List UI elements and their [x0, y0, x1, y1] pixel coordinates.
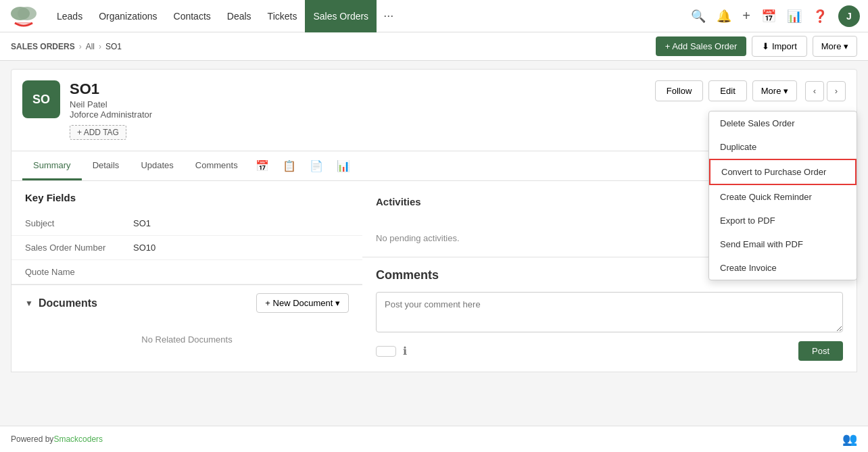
dropdown-menu: Delete Sales Order Duplicate Convert to … [708, 111, 857, 280]
left-panel: Key Fields Subject SO1 Sales Order Numbe… [11, 181, 362, 372]
user-avatar[interactable]: J [838, 5, 860, 27]
search-icon[interactable]: 🔍 [691, 9, 706, 24]
tab-icon-file[interactable]: 📄 [303, 151, 330, 180]
documents-section: ▼ Documents + New Document ▾ No Related … [11, 284, 362, 358]
activities-title: Activities [376, 196, 421, 207]
tab-comments[interactable]: Comments [185, 152, 249, 180]
logo[interactable] [8, 4, 39, 28]
attach-files-button[interactable] [376, 346, 396, 357]
field-row-order-number: Sales Order Number SO10 [11, 236, 362, 260]
dropdown-item-create-invoice[interactable]: Create Invoice [709, 256, 857, 280]
prev-record-button[interactable]: ‹ [805, 81, 824, 101]
top-nav: Leads Organizations Contacts Deals Ticke… [0, 0, 868, 32]
footer: Powered by Smackcoders 👥 [0, 426, 868, 452]
add-sales-order-button[interactable]: + Add Sales Order [656, 36, 747, 56]
more-breadcrumb-button[interactable]: More ▾ [813, 36, 857, 57]
chart-icon[interactable]: 📊 [787, 9, 802, 24]
edit-button[interactable]: Edit [708, 80, 746, 101]
breadcrumb-sep2: › [99, 42, 101, 51]
breadcrumb-current: SO1 [105, 42, 122, 51]
field-label-order-number: Sales Order Number [25, 243, 133, 253]
tab-icon-calendar[interactable]: 📅 [249, 151, 276, 180]
logo-icon [8, 4, 39, 28]
breadcrumb-all[interactable]: All [86, 42, 95, 51]
dropdown-item-duplicate[interactable]: Duplicate [709, 135, 857, 159]
nav-arrows: ‹ › [805, 81, 846, 101]
import-button[interactable]: ⬇ Import [752, 36, 806, 57]
breadcrumb-root[interactable]: SALES ORDERS [11, 42, 75, 51]
tab-summary[interactable]: Summary [22, 152, 82, 180]
breadcrumb: SALES ORDERS › All › SO1 [11, 42, 122, 51]
add-icon[interactable]: + [742, 8, 750, 24]
record-actions: Follow Edit More ▾ ‹ › [655, 80, 846, 101]
dropdown-item-quick-reminder[interactable]: Create Quick Reminder [709, 185, 857, 209]
info-button[interactable]: ℹ [403, 345, 407, 357]
dropdown-item-send-email[interactable]: Send Email with PDF [709, 232, 857, 256]
breadcrumb-bar: SALES ORDERS › All › SO1 + Add Sales Ord… [0, 32, 868, 61]
comment-actions: ℹ Post [376, 341, 843, 361]
footer-user-icon: 👥 [842, 432, 857, 447]
breadcrumb-sep1: › [79, 42, 82, 51]
svg-point-1 [18, 7, 37, 20]
nav-link-deals[interactable]: Deals [219, 0, 260, 32]
comment-input[interactable] [376, 292, 843, 332]
record-info: SO1 Neil Patel Joforce Administrator + A… [70, 80, 655, 140]
dropdown-item-delete[interactable]: Delete Sales Order [709, 111, 857, 135]
nav-link-contacts[interactable]: Contacts [166, 0, 219, 32]
new-document-button[interactable]: + New Document ▾ [256, 293, 349, 313]
tab-icon-chart[interactable]: 📊 [330, 151, 357, 180]
no-documents-message: No Related Documents [11, 321, 362, 358]
documents-title: Documents [39, 297, 256, 309]
help-icon[interactable]: ❓ [813, 9, 827, 24]
field-value-order-number: SO10 [133, 243, 155, 253]
dropdown-item-export-pdf[interactable]: Export to PDF [709, 209, 857, 232]
key-fields-title: Key Fields [11, 181, 362, 211]
nav-right-icons: 🔍 🔔 + 📅 📊 ❓ J [691, 5, 860, 27]
calendar-icon[interactable]: 📅 [761, 9, 776, 24]
tab-icon-docs[interactable]: 📋 [276, 151, 303, 180]
follow-button[interactable]: Follow [655, 80, 704, 101]
nav-link-leads[interactable]: Leads [49, 0, 91, 32]
footer-text: Powered by [11, 434, 53, 444]
nav-link-sales-orders[interactable]: Sales Orders [305, 0, 377, 32]
field-label-quote-name: Quote Name [25, 267, 133, 277]
more-record-button[interactable]: More ▾ [752, 80, 797, 101]
bell-icon[interactable]: 🔔 [717, 9, 731, 24]
field-row-subject: Subject SO1 [11, 211, 362, 236]
breadcrumb-actions: + Add Sales Order ⬇ Import More ▾ [656, 36, 857, 57]
nav-link-organizations[interactable]: Organizations [91, 0, 165, 32]
add-tag-button[interactable]: + ADD TAG [70, 125, 126, 140]
tab-updates[interactable]: Updates [130, 152, 184, 180]
record-icon: SO [22, 80, 60, 118]
record-role: Joforce Administrator [70, 109, 655, 120]
doc-toggle-icon[interactable]: ▼ [25, 299, 33, 308]
next-record-button[interactable]: › [827, 81, 846, 101]
tab-details[interactable]: Details [82, 152, 130, 180]
footer-link[interactable]: Smackcoders [53, 434, 103, 444]
field-value-subject: SO1 [133, 218, 151, 228]
documents-header: ▼ Documents + New Document ▾ [11, 285, 362, 321]
nav-more-icon[interactable]: ··· [377, 9, 400, 23]
record-name: Neil Patel [70, 99, 655, 109]
post-button[interactable]: Post [798, 341, 843, 361]
field-label-subject: Subject [25, 218, 133, 228]
field-row-quote-name: Quote Name [11, 260, 362, 284]
main-content: SO SO1 Neil Patel Joforce Administrator … [0, 61, 868, 432]
record-title: SO1 [70, 80, 655, 98]
nav-link-tickets[interactable]: Tickets [260, 0, 306, 32]
dropdown-item-convert[interactable]: Convert to Purchase Order [709, 159, 857, 185]
nav-links: Leads Organizations Contacts Deals Ticke… [49, 0, 400, 32]
